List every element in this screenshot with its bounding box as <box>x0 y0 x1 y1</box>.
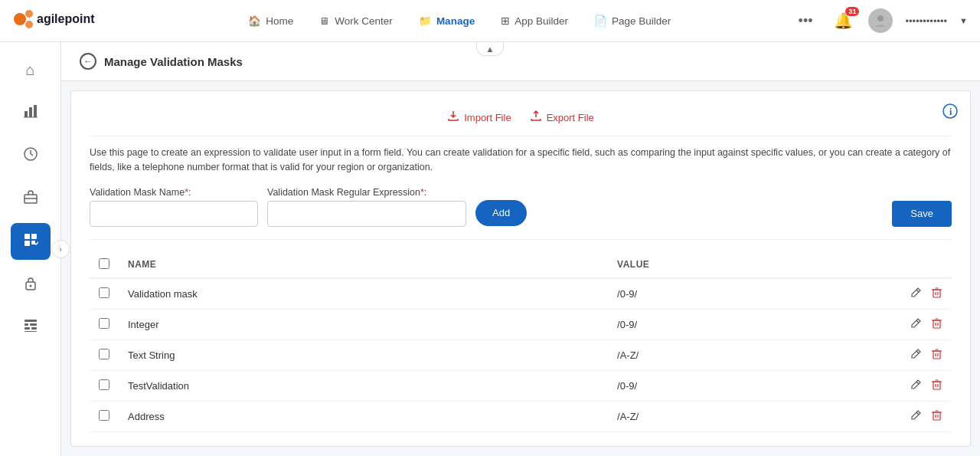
validation-table: NAME VALUE Validation mask /0-9/ <box>90 252 952 432</box>
sidebar-toggle-button[interactable]: › <box>51 240 70 258</box>
delete-icon[interactable] <box>931 379 942 393</box>
svg-rect-20 <box>24 320 37 322</box>
delete-icon[interactable] <box>931 317 942 332</box>
sidebar-item-briefcase[interactable] <box>11 180 51 217</box>
home-nav-icon: 🏠 <box>248 15 261 27</box>
export-file-button[interactable]: Export File <box>530 110 594 125</box>
nav-appbuilder[interactable]: ⊞ App Builder <box>490 10 579 31</box>
table-header: NAME VALUE <box>90 252 952 278</box>
export-file-label: Export File <box>547 112 594 123</box>
sidebar-item-home[interactable]: ⌂ <box>11 51 51 88</box>
delete-icon[interactable] <box>931 409 942 424</box>
expression-field-group: Validation Mask Regular Expression*: <box>267 187 466 227</box>
actions-column-header <box>890 252 952 278</box>
nav-home-label: Home <box>266 15 293 27</box>
select-all-checkbox[interactable] <box>99 258 109 269</box>
row-value: /0-9/ <box>608 278 890 310</box>
name-column-header: NAME <box>119 252 608 278</box>
page-back-icon[interactable]: ← <box>80 53 96 70</box>
name-field-label: Validation Mask Name*: <box>90 187 258 198</box>
save-button[interactable]: Save <box>892 201 952 227</box>
avatar <box>868 8 893 33</box>
row-name: Validation mask <box>119 278 608 310</box>
info-icon-button[interactable]: i <box>942 103 958 123</box>
row-checkbox[interactable] <box>99 379 109 390</box>
table-row: Text String /A-Z/ <box>90 340 952 370</box>
edit-icon[interactable] <box>910 348 922 363</box>
name-required-star: * <box>185 187 188 198</box>
appbuilder-nav-icon: ⊞ <box>501 15 510 27</box>
inner-content: i Import File <box>70 90 971 447</box>
sidebar-item-clock[interactable] <box>11 137 51 174</box>
name-input[interactable] <box>90 201 258 227</box>
svg-rect-15 <box>31 234 37 239</box>
row-value: /0-9/ <box>608 370 890 401</box>
edit-icon[interactable] <box>910 317 922 332</box>
toolbar: Import File Export File <box>90 103 952 136</box>
row-value: /A-Z/ <box>608 340 890 370</box>
sidebar-item-manage[interactable] <box>11 223 51 260</box>
edit-icon[interactable] <box>910 409 922 424</box>
sidebar-lock-icon <box>23 275 38 294</box>
svg-rect-41 <box>933 351 940 359</box>
sidebar-item-chart[interactable] <box>11 94 51 131</box>
table-row: Address /A-Z/ <box>90 401 952 431</box>
svg-rect-7 <box>34 105 37 117</box>
main-layout: ⌂ <box>0 42 980 456</box>
sidebar-item-grid[interactable] <box>11 309 51 346</box>
row-checkbox-cell <box>90 278 119 310</box>
row-checkbox[interactable] <box>99 318 109 329</box>
nav-home[interactable]: 🏠 Home <box>237 10 304 31</box>
row-value: /A-Z/ <box>608 401 890 431</box>
row-name: TestValidation <box>119 370 608 401</box>
row-actions <box>890 340 952 370</box>
svg-point-2 <box>25 21 33 28</box>
svg-text:agilepoint: agilepoint <box>37 12 95 25</box>
edit-icon[interactable] <box>910 287 922 301</box>
page-title: Manage Validation Masks <box>104 55 243 68</box>
row-checkbox[interactable] <box>99 287 109 298</box>
nav-pagebuilder-label: Page Builder <box>612 15 671 27</box>
svg-rect-25 <box>24 331 37 332</box>
table-row: Integer /0-9/ <box>90 309 952 340</box>
nav-manage[interactable]: 📁 Manage <box>408 10 485 31</box>
row-actions <box>890 278 952 310</box>
user-name: •••••••••••• <box>905 15 947 27</box>
svg-rect-21 <box>24 323 28 326</box>
value-column-header: VALUE <box>608 252 890 278</box>
notification-button[interactable]: 🔔 31 <box>831 8 856 33</box>
chevron-down-icon[interactable]: ▼ <box>959 16 968 25</box>
top-navigation: agilepoint 🏠 Home 🖥 Work Center 📁 Manage… <box>0 0 980 42</box>
row-checkbox[interactable] <box>99 349 109 359</box>
svg-rect-14 <box>24 234 30 239</box>
nav-manage-label: Manage <box>436 15 475 27</box>
svg-text:i: i <box>949 107 952 117</box>
row-checkbox[interactable] <box>99 410 109 421</box>
import-file-button[interactable]: Import File <box>447 110 511 125</box>
delete-icon[interactable] <box>931 287 942 301</box>
delete-icon[interactable] <box>931 348 942 363</box>
nav-workcenter[interactable]: 🖥 Work Center <box>309 11 403 31</box>
expression-input[interactable] <box>267 201 466 227</box>
add-button[interactable]: Add <box>475 200 527 226</box>
edit-icon[interactable] <box>910 379 922 393</box>
row-checkbox-cell <box>90 340 119 370</box>
more-options-button[interactable]: ••• <box>792 10 819 32</box>
import-icon <box>447 110 459 125</box>
collapse-nav-button[interactable]: ▲ <box>476 42 504 56</box>
page-header: ← Manage Validation Masks <box>61 42 980 81</box>
table-row: TestValidation /0-9/ <box>90 370 952 401</box>
svg-point-4 <box>877 15 884 21</box>
sidebar-clock-icon <box>23 146 38 166</box>
svg-rect-5 <box>24 111 28 117</box>
row-name: Integer <box>119 309 608 340</box>
svg-rect-6 <box>29 107 32 117</box>
svg-rect-29 <box>933 290 940 297</box>
workcenter-nav-icon: 🖥 <box>319 15 330 27</box>
name-field-group: Validation Mask Name*: <box>90 187 258 227</box>
sidebar-item-lock[interactable] <box>11 266 51 303</box>
row-value: /0-9/ <box>608 309 890 340</box>
svg-rect-47 <box>933 382 940 389</box>
nav-right: ••• 🔔 31 •••••••••••• ▼ <box>792 8 968 33</box>
nav-pagebuilder[interactable]: 📄 Page Builder <box>583 10 681 31</box>
